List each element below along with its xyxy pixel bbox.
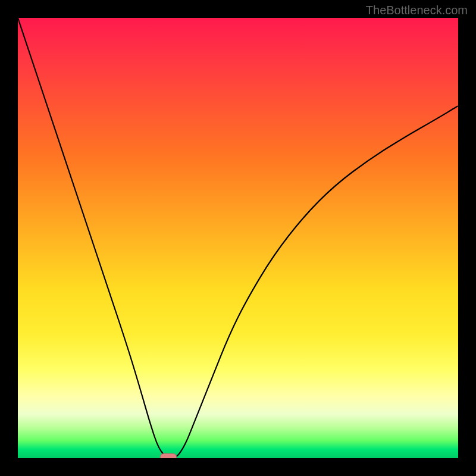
- bottleneck-curve-svg: [18, 18, 458, 458]
- watermark-text: TheBottleneck.com: [366, 4, 468, 17]
- optimal-point-marker: [160, 453, 177, 458]
- chart-area: [18, 18, 458, 458]
- bottleneck-curve-path: [18, 18, 458, 458]
